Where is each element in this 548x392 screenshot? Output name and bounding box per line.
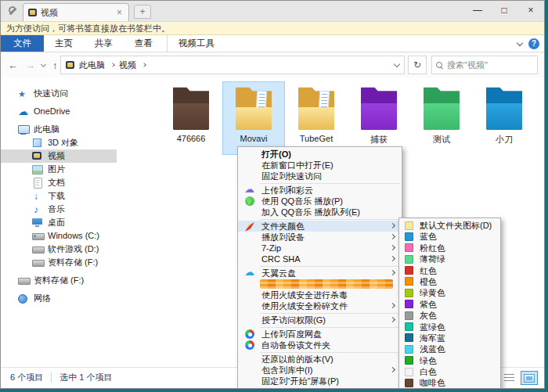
expand-ribbon-icon[interactable]	[517, 39, 523, 45]
context-menu-item[interactable]: 固定到快速访问	[238, 171, 402, 182]
breadcrumb-item[interactable]: 视频	[119, 59, 146, 71]
color-option[interactable]: 粉红色	[399, 243, 500, 254]
menu-item-label: 还原以前的版本(V)	[261, 354, 333, 364]
sidebar-item-label: 快速访问	[34, 87, 68, 100]
thumbnail-view-button[interactable]	[521, 371, 538, 385]
breadcrumb-item[interactable]: 此电脑	[79, 59, 114, 71]
context-menu-item[interactable]: 包含到库中(I)	[238, 365, 402, 376]
context-menu-item[interactable]: 使用火绒安全粉碎文件	[238, 300, 402, 311]
folder-tile[interactable]: Movavi	[223, 82, 284, 154]
breadcrumb[interactable]: 此电脑 视频	[60, 56, 405, 74]
sidebar-item[interactable]: 桌面	[1, 216, 117, 229]
folder-tile[interactable]: 捕获	[348, 82, 409, 154]
sidebar-item[interactable]: Windows (C:)	[1, 229, 117, 243]
tab-close-icon[interactable]: ×	[115, 7, 124, 18]
ribbon-tab[interactable]: 查看	[124, 35, 164, 52]
close-button[interactable]: ×	[517, 1, 544, 21]
back-icon[interactable]: ←	[8, 59, 18, 71]
context-menu-item[interactable]: 还原以前的版本(V)	[238, 354, 402, 365]
context-menu-item[interactable]: 上传到和彩云	[238, 185, 402, 196]
color-option[interactable]: 橙色	[399, 276, 500, 287]
folder-icon	[173, 86, 209, 130]
context-menu-item[interactable]: 上传到百度网盘	[238, 329, 402, 340]
ribbon-tab[interactable]: 视频工具	[167, 35, 225, 52]
color-option[interactable]: 紫色	[399, 299, 500, 310]
search-box[interactable]	[431, 56, 538, 74]
context-menu-item[interactable]: 打开(O)	[238, 149, 402, 160]
color-option-label: 粉红色	[420, 243, 445, 253]
settings-wrench-icon[interactable]	[8, 6, 18, 16]
history-dropdown-icon[interactable]	[41, 61, 46, 67]
sidebar-item[interactable]: 此电脑	[1, 123, 117, 136]
color-option[interactable]: 默认文件夹图标(D)	[399, 220, 500, 231]
sidebar-item[interactable]: 网络	[1, 292, 117, 305]
sidebar-item-icon	[32, 164, 43, 174]
context-menu-item[interactable]: 使用 QQ音乐 播放(P)	[238, 196, 402, 207]
folder-icon	[236, 86, 272, 130]
sidebar-item[interactable]: 3D 对象	[1, 136, 117, 149]
color-option[interactable]: 绿黄色	[399, 287, 500, 298]
color-option[interactable]: 咖啡色	[399, 377, 500, 388]
sidebar-item[interactable]: 音乐	[1, 203, 117, 216]
color-option[interactable]: 浅蓝色	[399, 343, 500, 354]
color-option[interactable]: 红色	[399, 265, 500, 276]
refresh-button[interactable]: ↻	[408, 56, 427, 74]
sidebar-item[interactable]: OneDrive	[1, 105, 117, 118]
ribbon-tab[interactable]: 主页	[44, 35, 84, 52]
color-option[interactable]: 蓝色	[399, 231, 500, 242]
color-option-label: 紫色	[420, 300, 437, 309]
details-view-button[interactable]	[500, 371, 517, 385]
sidebar-item[interactable]: 快速访问	[1, 87, 117, 100]
ribbon-tab[interactable]: 文件	[1, 35, 44, 52]
help-icon[interactable]: ?	[528, 38, 539, 49]
color-option[interactable]: 绿色	[399, 355, 500, 366]
folder-tile[interactable]: TubeGet	[286, 82, 347, 154]
context-menu-item[interactable]: 加入 QQ音乐 播放队列(E)	[238, 207, 402, 218]
folder-tile[interactable]: 476666	[160, 82, 222, 154]
ribbon-tab[interactable]: 共享	[84, 35, 124, 52]
sidebar-item[interactable]: 下载	[1, 189, 117, 203]
context-menu-item[interactable]: 在新窗口中打开(E)	[238, 160, 402, 171]
context-menu-item[interactable]	[238, 279, 402, 290]
tab-title: 视频	[41, 7, 115, 19]
context-menu-item[interactable]: 文件夹颜色	[238, 221, 402, 232]
context-menu-item[interactable]: 授予访问权限(G)	[238, 315, 402, 325]
sidebar-item[interactable]: 软件游戏 (D:)	[1, 243, 117, 256]
context-menu-item[interactable]: CRC SHA	[238, 254, 402, 264]
address-dropdown-icon[interactable]	[394, 61, 400, 67]
folder-tile[interactable]: 测试	[411, 82, 472, 154]
context-menu-item[interactable]: 固定到“开始”屏幕(P)	[238, 376, 402, 387]
context-menu-item[interactable]: 使用火绒安全进行杀毒	[238, 290, 402, 300]
sidebar-item[interactable]: 图片	[1, 163, 117, 176]
forward-icon[interactable]: →	[25, 59, 35, 71]
sidebar-item[interactable]: 资料存储 (F:)	[1, 274, 117, 287]
sidebar-item[interactable]: 资料存储 (F:)	[1, 256, 117, 269]
color-option[interactable]: 白色	[399, 366, 500, 377]
color-swatch	[405, 255, 413, 264]
search-icon	[436, 62, 443, 69]
sidebar-item-icon	[32, 204, 43, 214]
submenu-arrow-icon	[390, 245, 395, 250]
browser-tab[interactable]: 视频 ×	[23, 3, 129, 21]
sidebar-item[interactable]: 视频	[1, 149, 117, 163]
context-menu-item[interactable]: 7-Zip	[238, 243, 402, 254]
color-option[interactable]: 蓝绿色	[399, 322, 500, 333]
folder-tile[interactable]: 小刀	[474, 82, 535, 154]
context-menu-item[interactable]: 天翼云盘	[238, 268, 402, 279]
maximize-button[interactable]: □	[491, 1, 517, 21]
color-option[interactable]: 灰色	[399, 310, 500, 321]
color-option[interactable]: 海军蓝	[399, 333, 500, 343]
search-input[interactable]	[447, 60, 533, 70]
sidebar-item-label: 资料存储 (F:)	[34, 274, 84, 287]
menu-item-icon	[244, 268, 255, 279]
color-option[interactable]: 薄荷绿	[399, 254, 500, 264]
new-tab-button[interactable]: +	[134, 5, 151, 19]
color-option-label: 灰色	[420, 311, 437, 320]
up-icon[interactable]: ↑	[52, 59, 58, 71]
items-count: 6 个项目	[10, 372, 43, 383]
minimize-button[interactable]: —	[464, 1, 491, 21]
sidebar-item[interactable]: 文档	[1, 176, 117, 189]
context-menu-item[interactable]: 播放到设备	[238, 232, 402, 243]
context-menu-item[interactable]: 自动备份该文件夹	[238, 340, 402, 351]
menu-item-label: CRC SHA	[261, 254, 301, 264]
